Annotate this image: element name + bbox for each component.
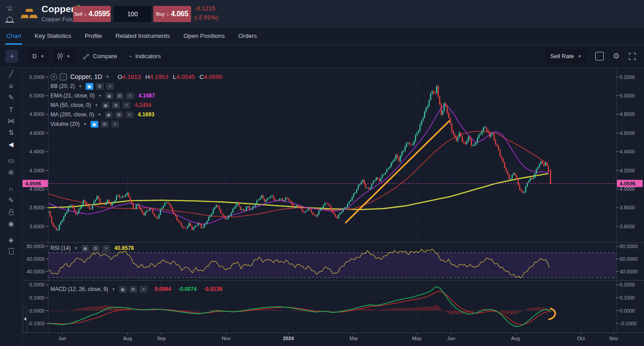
indicator-label[interactable]: EMA (21, close, 0) xyxy=(50,92,95,99)
svg-text:4.0000: 4.0000 xyxy=(620,186,635,192)
svg-text:Sep: Sep xyxy=(157,336,166,341)
drawing-mode-tool[interactable]: ✎ xyxy=(5,195,18,206)
close-icon[interactable]: × xyxy=(102,245,110,252)
lock-all-drawings-tool[interactable] xyxy=(5,207,18,217)
eye-icon[interactable]: ◉ xyxy=(86,83,93,90)
indicator-label[interactable]: MA (50, close, 0) xyxy=(50,102,91,108)
long-short-position-tool[interactable]: ⇅ xyxy=(5,127,18,138)
object-tree-tool[interactable]: ◈ xyxy=(5,235,18,245)
hide-all-drawings-tool[interactable]: ◉ xyxy=(5,218,18,229)
eye-icon[interactable]: ◉ xyxy=(119,286,127,293)
tab-chart[interactable]: Chart xyxy=(5,28,22,45)
svg-text:0.0000: 0.0000 xyxy=(29,308,45,314)
tab-bar: ChartKey StatisticsProfileRelated Instru… xyxy=(0,28,644,45)
chevron-down-icon: ▼ xyxy=(40,54,44,59)
indicator-label[interactable]: MA (200, close, 0) xyxy=(50,111,94,118)
chart-type-select[interactable]: ▼ xyxy=(53,50,75,63)
close-icon[interactable]: × xyxy=(106,83,114,90)
price-change: -0.1215 (-2.91%) xyxy=(195,4,218,22)
gear-icon[interactable]: ⚙ xyxy=(112,102,120,109)
svg-text:4.0595: 4.0595 xyxy=(620,181,636,186)
candlestick-icon xyxy=(58,53,63,60)
favorite-star-icon[interactable]: ☆ xyxy=(6,5,13,12)
quantity-input[interactable]: 100 xyxy=(114,6,151,22)
xabcd-pattern-tool[interactable]: ⋈ xyxy=(5,115,18,126)
parallel-lines-tool[interactable]: ≡ xyxy=(5,80,18,91)
eye-icon[interactable]: ◉ xyxy=(91,121,98,128)
interval-select[interactable]: D▼ xyxy=(28,50,49,63)
instrument-title: Copper xyxy=(41,4,75,14)
collapse-legend-icon[interactable]: ∨ xyxy=(50,74,57,80)
chevron-down-icon: ▼ xyxy=(74,246,78,250)
svg-text:Nov: Nov xyxy=(222,336,231,341)
macd-label[interactable]: MACD (12, 26, close, 9) xyxy=(50,286,108,292)
gear-icon[interactable]: ⚙ xyxy=(613,52,620,60)
close-icon[interactable]: × xyxy=(126,92,134,99)
close-icon[interactable]: × xyxy=(111,121,119,128)
tab-related-instruments[interactable]: Related Instruments xyxy=(114,28,171,45)
svg-text:Mar: Mar xyxy=(350,336,358,341)
svg-text:May: May xyxy=(412,336,422,341)
svg-text:40.0000: 40.0000 xyxy=(620,269,638,274)
text-tool[interactable]: T xyxy=(5,104,18,115)
eye-icon[interactable]: ◉ xyxy=(105,111,113,118)
arrow-marker-tool[interactable]: ◀ xyxy=(5,139,18,150)
svg-text:Jun: Jun xyxy=(447,336,455,341)
chevron-down-icon: ▼ xyxy=(578,54,582,59)
copper-ingots-icon xyxy=(20,7,39,21)
remove-all-drawings-tool[interactable] xyxy=(5,246,18,257)
indicator-row: BB (20, 2)▼◉⚙× xyxy=(50,82,222,91)
gear-icon[interactable]: ⚙ xyxy=(101,121,109,128)
gear-icon[interactable]: ⚙ xyxy=(115,111,123,118)
svg-text:4.4000: 4.4000 xyxy=(29,149,45,154)
eye-icon[interactable]: ◉ xyxy=(105,92,113,99)
svg-text:80.0000: 80.0000 xyxy=(620,244,638,249)
eye-icon[interactable]: ◉ xyxy=(82,245,89,252)
svg-text:80.0000: 80.0000 xyxy=(27,244,45,249)
indicator-value: 4.1687 xyxy=(138,92,155,99)
rate-type-select[interactable]: Sell Rate▼ xyxy=(546,50,586,63)
fullscreen-icon[interactable] xyxy=(629,53,636,60)
close-icon[interactable]: × xyxy=(126,111,133,118)
brush-tool[interactable]: ✎ xyxy=(5,92,18,103)
svg-text:4.2000: 4.2000 xyxy=(29,168,45,173)
indicator-label[interactable]: BB (20, 2) xyxy=(50,83,75,89)
gear-icon[interactable]: ⚙ xyxy=(96,83,104,90)
chevron-down-icon: ▼ xyxy=(112,287,115,291)
chevron-down-icon: ▼ xyxy=(98,94,102,98)
compare-button[interactable]: Compare xyxy=(83,53,117,60)
indicator-label[interactable]: Volume (20) xyxy=(50,121,80,127)
close-icon[interactable]: × xyxy=(140,286,147,293)
tab-key-statistics[interactable]: Key Statistics xyxy=(34,28,72,45)
trend-line-tool[interactable]: ╱ xyxy=(5,69,18,79)
ohlc-l: L4.0545 xyxy=(173,74,195,80)
magnet-tool[interactable]: ∩ xyxy=(5,183,18,194)
svg-text:3.8000: 3.8000 xyxy=(620,205,635,210)
buy-button[interactable]: Buy ↓ 4.065 xyxy=(153,6,191,22)
minimize-legend-icon[interactable]: − xyxy=(60,74,67,80)
indicator-value: 4.2454 xyxy=(135,102,151,108)
gear-icon[interactable]: ⚙ xyxy=(92,245,100,252)
svg-text:-0.1000: -0.1000 xyxy=(28,321,45,326)
symbol-name[interactable]: Copper, 1D xyxy=(70,73,102,80)
crosshair-icon[interactable]: + xyxy=(5,50,18,63)
gear-icon[interactable]: ⚙ xyxy=(129,286,137,293)
eye-icon[interactable]: ◉ xyxy=(102,102,110,109)
close-icon[interactable]: × xyxy=(123,102,130,109)
indicators-button[interactable]: ~ Indicators xyxy=(129,53,161,60)
alert-bell-icon[interactable] xyxy=(7,17,13,22)
tab-orders[interactable]: Orders xyxy=(238,28,258,45)
chart-legend: ∨ − Copper, 1D ▼ O4.1813H4.1953L4.0545C4… xyxy=(50,72,222,129)
tab-profile[interactable]: Profile xyxy=(84,28,103,45)
snapshot-icon[interactable] xyxy=(595,52,604,60)
rsi-label[interactable]: RSI (14) xyxy=(50,245,71,251)
zoom-in-tool[interactable]: ⊕ xyxy=(5,167,18,178)
chevron-down-icon: ▼ xyxy=(106,75,110,79)
sell-button[interactable]: Sell ↓ 4.0595 xyxy=(73,6,111,22)
svg-text:4.0595: 4.0595 xyxy=(25,181,41,186)
measure-tool[interactable]: ▭ xyxy=(5,155,18,166)
gear-icon[interactable]: ⚙ xyxy=(116,92,123,99)
tab-open-positions[interactable]: Open Positions xyxy=(183,28,226,45)
indicator-row: Volume (20)▼◉⚙× xyxy=(50,120,222,129)
svg-text:2024: 2024 xyxy=(283,336,294,341)
